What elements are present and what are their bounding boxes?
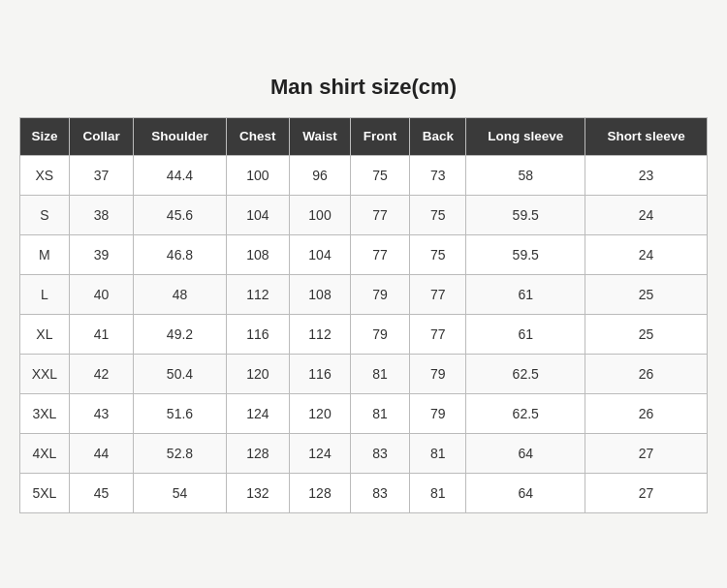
size-table: SizeCollarShoulderChestWaistFrontBackLon… <box>19 117 708 513</box>
table-cell-5-5: 81 <box>350 354 409 393</box>
header-cell-8: Short sleeve <box>585 118 708 156</box>
table-cell-6-2: 51.6 <box>134 393 226 433</box>
table-cell-1-3: 104 <box>226 195 290 234</box>
table-cell-4-1: 41 <box>69 314 134 354</box>
table-cell-4-4: 112 <box>290 314 351 354</box>
table-cell-7-0: 4XL <box>20 433 70 473</box>
table-cell-1-6: 75 <box>410 195 466 234</box>
header-row: SizeCollarShoulderChestWaistFrontBackLon… <box>20 118 708 156</box>
table-row: S3845.6104100777559.524 <box>20 195 708 234</box>
table-cell-8-4: 128 <box>290 473 351 512</box>
table-cell-5-6: 79 <box>410 354 466 393</box>
table-row: XXL4250.4120116817962.526 <box>20 354 708 393</box>
table-cell-5-4: 116 <box>290 354 351 393</box>
table-cell-3-2: 48 <box>134 274 226 314</box>
header-cell-6: Back <box>410 118 466 156</box>
table-cell-3-5: 79 <box>350 274 409 314</box>
table-cell-6-8: 26 <box>585 393 708 433</box>
table-cell-0-2: 44.4 <box>134 155 226 195</box>
table-cell-8-8: 27 <box>585 473 708 512</box>
table-cell-7-5: 83 <box>350 433 409 473</box>
table-cell-1-0: S <box>20 195 70 234</box>
header-cell-2: Shoulder <box>134 118 226 156</box>
table-cell-8-2: 54 <box>134 473 226 512</box>
table-cell-1-5: 77 <box>350 195 409 234</box>
table-cell-7-7: 64 <box>466 433 585 473</box>
table-cell-2-5: 77 <box>350 234 409 274</box>
table-cell-7-2: 52.8 <box>134 433 226 473</box>
table-cell-3-7: 61 <box>466 274 585 314</box>
header-cell-4: Waist <box>290 118 351 156</box>
table-row: 4XL4452.812812483816427 <box>20 433 708 473</box>
table-cell-2-2: 46.8 <box>134 234 226 274</box>
table-cell-0-7: 58 <box>466 155 585 195</box>
table-cell-5-2: 50.4 <box>134 354 226 393</box>
table-cell-8-5: 83 <box>350 473 409 512</box>
table-cell-5-3: 120 <box>226 354 290 393</box>
table-cell-7-1: 44 <box>69 433 134 473</box>
header-cell-0: Size <box>20 118 70 156</box>
table-cell-3-8: 25 <box>585 274 708 314</box>
table-row: 5XL455413212883816427 <box>20 473 708 512</box>
page-title: Man shirt size(cm) <box>19 75 708 100</box>
table-cell-4-8: 25 <box>585 314 708 354</box>
table-cell-7-8: 27 <box>585 433 708 473</box>
page-container: Man shirt size(cm) SizeCollarShoulderChe… <box>10 55 717 533</box>
table-cell-0-1: 37 <box>69 155 134 195</box>
table-row: XL4149.211611279776125 <box>20 314 708 354</box>
table-cell-4-6: 77 <box>410 314 466 354</box>
table-cell-3-4: 108 <box>290 274 351 314</box>
table-cell-5-7: 62.5 <box>466 354 585 393</box>
table-row: M3946.8108104777559.524 <box>20 234 708 274</box>
table-cell-1-4: 100 <box>290 195 351 234</box>
table-cell-6-7: 62.5 <box>466 393 585 433</box>
table-cell-6-6: 79 <box>410 393 466 433</box>
table-header: SizeCollarShoulderChestWaistFrontBackLon… <box>20 118 708 156</box>
table-cell-6-4: 120 <box>290 393 351 433</box>
table-cell-2-0: M <box>20 234 70 274</box>
table-cell-6-3: 124 <box>226 393 290 433</box>
table-cell-8-0: 5XL <box>20 473 70 512</box>
table-cell-2-7: 59.5 <box>466 234 585 274</box>
table-body: XS3744.41009675735823S3845.6104100777559… <box>20 155 708 512</box>
table-cell-4-0: XL <box>20 314 70 354</box>
table-row: XS3744.41009675735823 <box>20 155 708 195</box>
table-cell-8-3: 132 <box>226 473 290 512</box>
table-cell-3-0: L <box>20 274 70 314</box>
table-cell-2-3: 108 <box>226 234 290 274</box>
table-cell-1-7: 59.5 <box>466 195 585 234</box>
table-cell-8-6: 81 <box>410 473 466 512</box>
table-cell-1-1: 38 <box>69 195 134 234</box>
table-cell-3-3: 112 <box>226 274 290 314</box>
header-cell-5: Front <box>350 118 409 156</box>
table-cell-2-8: 24 <box>585 234 708 274</box>
table-cell-2-1: 39 <box>69 234 134 274</box>
table-cell-1-8: 24 <box>585 195 708 234</box>
table-cell-0-6: 73 <box>410 155 466 195</box>
table-cell-4-7: 61 <box>466 314 585 354</box>
table-cell-4-2: 49.2 <box>134 314 226 354</box>
table-cell-7-3: 128 <box>226 433 290 473</box>
table-cell-5-0: XXL <box>20 354 70 393</box>
table-cell-5-8: 26 <box>585 354 708 393</box>
table-row: L404811210879776125 <box>20 274 708 314</box>
table-cell-2-6: 75 <box>410 234 466 274</box>
table-cell-6-0: 3XL <box>20 393 70 433</box>
table-cell-8-7: 64 <box>466 473 585 512</box>
table-cell-2-4: 104 <box>290 234 351 274</box>
header-cell-3: Chest <box>226 118 290 156</box>
table-cell-6-5: 81 <box>350 393 409 433</box>
table-cell-0-3: 100 <box>226 155 290 195</box>
table-cell-3-6: 77 <box>410 274 466 314</box>
table-cell-3-1: 40 <box>69 274 134 314</box>
header-cell-1: Collar <box>69 118 134 156</box>
table-cell-0-8: 23 <box>585 155 708 195</box>
table-cell-5-1: 42 <box>69 354 134 393</box>
table-cell-4-5: 79 <box>350 314 409 354</box>
table-cell-7-4: 124 <box>290 433 351 473</box>
table-row: 3XL4351.6124120817962.526 <box>20 393 708 433</box>
table-cell-0-4: 96 <box>290 155 351 195</box>
table-cell-0-0: XS <box>20 155 70 195</box>
table-cell-1-2: 45.6 <box>134 195 226 234</box>
table-cell-7-6: 81 <box>410 433 466 473</box>
